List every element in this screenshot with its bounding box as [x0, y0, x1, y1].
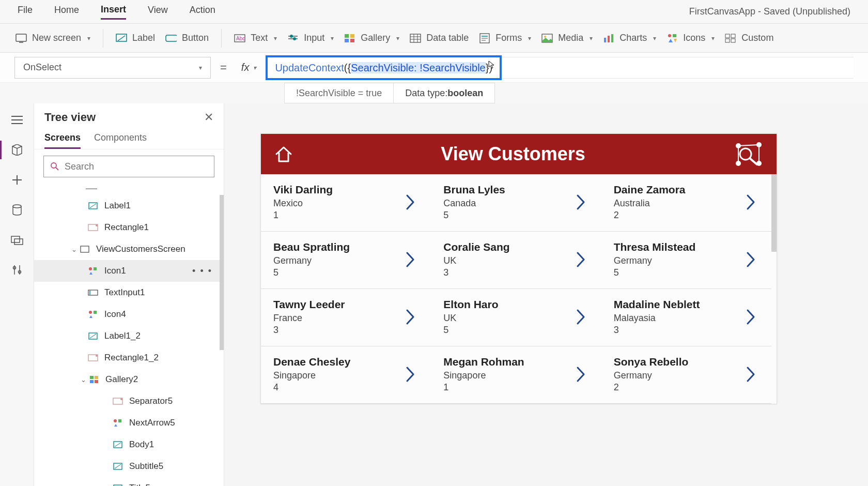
tree-node-sep5[interactable]: Separator5	[34, 390, 224, 412]
tree-node-body1[interactable]: Body1	[34, 434, 224, 455]
tree-node-next5[interactable]: NextArrow5	[34, 412, 224, 434]
menu-home[interactable]: Home	[54, 5, 79, 19]
tree-node-rect1[interactable]: Rectangle1	[34, 217, 224, 238]
chevron-right-icon[interactable]	[746, 308, 757, 326]
tools-icon[interactable]	[10, 263, 24, 277]
customer-name: Madaline Neblett	[614, 298, 700, 311]
chevron-right-icon[interactable]	[746, 251, 757, 268]
data-table-button[interactable]: Data table	[405, 29, 474, 47]
tree-node-textinput1[interactable]: TextInput1	[34, 282, 224, 303]
menu-file[interactable]: File	[18, 5, 33, 19]
charts-button[interactable]: Charts ▾	[598, 29, 661, 47]
svg-point-63	[96, 355, 98, 357]
svg-rect-30	[673, 34, 676, 37]
gallery-item[interactable]: Tawny LeederFrance3	[261, 289, 431, 346]
gallery-item[interactable]: Madaline NeblettMalayasia3	[601, 289, 771, 346]
formula-rest[interactable]	[502, 57, 854, 79]
tree-node-sub5[interactable]: Subtitle5	[34, 455, 224, 477]
chevron-right-icon[interactable]	[576, 308, 587, 326]
property-selector[interactable]: OnSelect ▾	[14, 57, 211, 79]
tree-node-icon1[interactable]: Icon1• • •	[34, 260, 224, 282]
media-rail-icon[interactable]	[10, 233, 24, 247]
home-icon[interactable]	[273, 144, 294, 164]
chevron-down-icon[interactable]: ⌄	[79, 376, 88, 384]
chevron-down-icon: ▾	[711, 35, 715, 42]
gallery-item[interactable]: Elton HaroUK5	[431, 289, 601, 346]
tree-label: NextArrow5	[129, 418, 175, 428]
button-button[interactable]: Button	[160, 29, 214, 47]
button-icon	[165, 33, 177, 44]
chevron-right-icon[interactable]	[576, 251, 587, 268]
scrollbar-thumb[interactable]	[220, 195, 224, 350]
gallery-item[interactable]: Denae ChesleySingapore4	[261, 346, 431, 403]
gallery-item[interactable]: Megan RohmanSingapore1	[431, 346, 601, 403]
tree-label: Label1_2	[104, 331, 141, 341]
chevron-down-icon: ▾	[199, 64, 202, 71]
chevron-right-icon[interactable]	[405, 366, 416, 383]
gallery-button[interactable]: Gallery ▾	[339, 29, 405, 47]
tree-node-label1[interactable]: Label1	[34, 195, 224, 217]
tree-view-icon[interactable]	[10, 143, 24, 157]
customer-number: 3	[273, 325, 345, 336]
input-button[interactable]: Input ▾	[282, 29, 339, 47]
chevron-right-icon[interactable]	[405, 308, 416, 326]
tree-node-icon4[interactable]: Icon4	[34, 303, 224, 325]
svg-rect-59	[94, 311, 97, 314]
gallery-item[interactable]: Viki DarlingMexico1	[261, 174, 431, 231]
tree-search[interactable]	[43, 156, 214, 177]
chevron-right-icon[interactable]	[576, 193, 587, 211]
chevron-right-icon[interactable]	[405, 251, 416, 268]
custom-button[interactable]: Custom	[720, 29, 779, 47]
menu-view[interactable]: View	[148, 5, 168, 19]
text-button[interactable]: Abc Text ▾	[229, 29, 282, 47]
customer-country: Canada	[443, 198, 505, 209]
app-preview[interactable]: View Customers Viki DarlingMexico1Bruna …	[260, 133, 777, 404]
tree-label: Separator5	[129, 396, 173, 406]
menu-insert[interactable]: Insert	[101, 4, 126, 20]
gallery-item[interactable]: Thresa MilsteadGermany5	[601, 232, 771, 288]
search-graph-icon[interactable]	[732, 140, 764, 169]
menu-action[interactable]: Action	[190, 5, 215, 19]
chevron-right-icon[interactable]	[576, 366, 587, 383]
preview-scrollbar[interactable]	[771, 174, 777, 404]
media-button[interactable]: Media ▾	[536, 29, 598, 47]
forms-button[interactable]: Forms ▾	[474, 29, 536, 47]
fx-button[interactable]: fx ▾	[241, 62, 257, 73]
collapse-handle[interactable]: —	[34, 181, 224, 195]
tab-screens[interactable]: Screens	[44, 128, 81, 149]
label-button[interactable]: Label	[111, 29, 160, 47]
tree-node-gallery2[interactable]: ⌄Gallery2	[34, 369, 224, 390]
gallery-item[interactable]: Bruna LylesCanada5	[431, 174, 601, 231]
chevron-down-icon: ▾	[653, 35, 656, 42]
tree-node-screen[interactable]: ⌄ViewCustomersScreen	[34, 238, 224, 260]
gallery-item[interactable]: Coralie SangUK3	[431, 232, 601, 288]
customer-number: 2	[614, 382, 689, 393]
search-input[interactable]	[65, 161, 208, 172]
new-screen-button[interactable]: New screen ▾	[10, 29, 96, 47]
gallery-item[interactable]: Daine ZamoraAustralia2	[601, 174, 771, 231]
chevron-down-icon[interactable]: ⌄	[69, 246, 79, 253]
tree-node-title5[interactable]: Title5	[34, 477, 224, 486]
tree-node-label12[interactable]: Label1_2	[34, 325, 224, 347]
label-icon	[87, 331, 99, 341]
customer-number: 4	[273, 382, 350, 393]
gallery-item[interactable]: Beau SpratlingGermany5	[261, 232, 431, 288]
more-icon[interactable]: • • •	[192, 266, 212, 277]
scrollbar-thumb[interactable]	[771, 174, 777, 252]
chevron-right-icon[interactable]	[746, 193, 757, 211]
svg-line-48	[56, 168, 58, 170]
tab-components[interactable]: Components	[94, 128, 147, 149]
gallery[interactable]: Viki DarlingMexico1Bruna LylesCanada5Dai…	[261, 174, 771, 404]
data-icon[interactable]	[10, 203, 24, 217]
svg-point-9	[290, 35, 293, 38]
chevron-right-icon[interactable]	[405, 193, 416, 211]
gallery-item[interactable]: Sonya RebelloGermany2	[601, 346, 771, 403]
tree-node-rect12[interactable]: Rectangle1_2	[34, 347, 224, 369]
close-icon[interactable]: ✕	[204, 111, 213, 124]
formula-input[interactable]: UpdateContext({SearchVisible: !SearchVis…	[266, 55, 502, 80]
icons-button[interactable]: Icons ▾	[661, 29, 720, 47]
chevron-right-icon[interactable]	[746, 366, 757, 383]
search-icon	[50, 162, 59, 171]
hamburger-icon[interactable]	[10, 113, 24, 127]
insert-icon[interactable]	[10, 173, 24, 187]
